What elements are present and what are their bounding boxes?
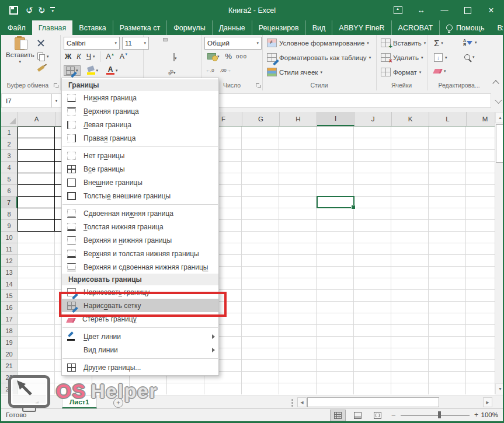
cell-A6[interactable] xyxy=(18,185,55,197)
cell-M18[interactable] xyxy=(466,325,495,337)
cell-H16[interactable] xyxy=(279,302,317,313)
increase-indent-button[interactable] xyxy=(156,70,161,74)
cell-G14[interactable] xyxy=(242,278,279,290)
cell-A16[interactable] xyxy=(18,302,55,313)
cut-button[interactable] xyxy=(37,40,44,47)
cell-A2[interactable] xyxy=(18,138,55,150)
cell-J15[interactable] xyxy=(354,290,391,302)
cell-H17[interactable] xyxy=(279,313,317,325)
cell-A21[interactable] xyxy=(18,360,55,372)
format-painter-button[interactable] xyxy=(37,67,44,70)
cell-M6[interactable] xyxy=(466,185,495,197)
cell-A19[interactable] xyxy=(18,337,55,348)
cell-K18[interactable] xyxy=(391,325,429,337)
cell-G3[interactable] xyxy=(242,150,279,162)
menu-item-внешние-границы[interactable]: Внешние границы xyxy=(62,176,218,189)
maximize-icon[interactable] xyxy=(456,0,479,20)
cell-G22[interactable] xyxy=(242,372,279,383)
scroll-left-icon[interactable]: ◀ xyxy=(297,397,307,407)
borders-button[interactable]: ▾ xyxy=(64,65,81,76)
cell-M14[interactable] xyxy=(466,278,495,290)
cell-L23[interactable] xyxy=(429,383,466,394)
cell-I13[interactable] xyxy=(317,267,354,278)
row-header-17[interactable]: 17 xyxy=(1,313,18,325)
cell-M3[interactable] xyxy=(466,150,495,162)
row-header-13[interactable]: 13 xyxy=(1,267,18,278)
cell-A4[interactable] xyxy=(18,162,55,173)
row-header-2[interactable]: 2 xyxy=(1,138,18,150)
zoom-slider-track[interactable] xyxy=(401,415,470,416)
cell-L5[interactable] xyxy=(429,173,466,185)
cell-K5[interactable] xyxy=(391,173,429,185)
conditional-formatting-button[interactable]: Условное форматирование▾ xyxy=(267,39,369,47)
cell-L18[interactable] xyxy=(429,325,466,337)
cell-M17[interactable] xyxy=(466,313,495,325)
normal-view-button[interactable] xyxy=(330,410,346,421)
page-break-view-button[interactable] xyxy=(370,410,385,421)
cell-G2[interactable] xyxy=(242,138,279,150)
cell-styles-button[interactable]: Стили ячеек▾ xyxy=(267,68,322,76)
cell-K15[interactable] xyxy=(391,290,429,302)
cell-I16[interactable] xyxy=(317,302,354,313)
cell-G20[interactable] xyxy=(242,348,279,360)
tab-данные[interactable]: Данные xyxy=(213,20,252,35)
cell-I11[interactable] xyxy=(317,243,354,255)
orientation-button[interactable]: ab▾ xyxy=(165,67,178,77)
cell-H11[interactable] xyxy=(279,243,317,255)
menu-item-левая-граница[interactable]: Левая граница xyxy=(62,118,218,131)
cell-L12[interactable] xyxy=(429,255,466,267)
cell-H19[interactable] xyxy=(279,337,317,348)
cell-L1[interactable] xyxy=(429,127,466,138)
autosum-button[interactable]: Σ▾ xyxy=(434,39,443,47)
cell-I14[interactable] xyxy=(317,278,354,290)
formula-bar-expand-icon[interactable] xyxy=(495,96,502,104)
align-bottom-button[interactable] xyxy=(163,38,168,41)
cell-J3[interactable] xyxy=(354,150,391,162)
cell-A1[interactable] xyxy=(18,127,55,138)
name-box-dropdown-icon[interactable]: ▾ xyxy=(51,93,61,108)
active-cell-selection[interactable] xyxy=(317,196,354,208)
zoom-slider-handle[interactable] xyxy=(438,411,441,418)
page-layout-view-button[interactable] xyxy=(350,410,366,421)
cell-H5[interactable] xyxy=(279,173,317,185)
cell-G11[interactable] xyxy=(242,243,279,255)
cell-G8[interactable] xyxy=(242,208,279,220)
cell-H6[interactable] xyxy=(279,185,317,197)
font-color-button[interactable]: А▾ xyxy=(105,66,120,76)
menu-item-верхняя-граница[interactable]: Верхняя граница xyxy=(62,104,218,118)
scroll-down-icon[interactable]: ▼ xyxy=(495,383,504,394)
cell-L4[interactable] xyxy=(429,162,466,173)
cell-K9[interactable] xyxy=(391,220,429,232)
row-header-18[interactable]: 18 xyxy=(1,325,18,337)
cell-G9[interactable] xyxy=(242,220,279,232)
cell-K1[interactable] xyxy=(391,127,429,138)
cell-I1[interactable] xyxy=(317,127,354,138)
cell-I22[interactable] xyxy=(317,372,354,383)
cell-G16[interactable] xyxy=(242,302,279,313)
tab-формулы[interactable]: Формулы xyxy=(167,20,212,35)
cell-G12[interactable] xyxy=(242,255,279,267)
vertical-scrollbar[interactable]: ▲ ▼ xyxy=(495,112,504,394)
cell-L7[interactable] xyxy=(429,197,466,208)
cell-K8[interactable] xyxy=(391,208,429,220)
cell-J21[interactable] xyxy=(354,360,391,372)
italic-button[interactable]: К xyxy=(77,53,81,61)
cell-G19[interactable] xyxy=(242,337,279,348)
cell-J4[interactable] xyxy=(354,162,391,173)
row-header-1[interactable]: 1 xyxy=(1,127,18,138)
close-icon[interactable]: × xyxy=(479,0,503,20)
cell-M19[interactable] xyxy=(466,337,495,348)
align-center-button[interactable] xyxy=(155,55,159,59)
row-header-12[interactable]: 12 xyxy=(1,255,18,267)
cell-H10[interactable] xyxy=(279,232,317,243)
tab-scrollbar-divider[interactable] xyxy=(291,399,293,401)
cell-K22[interactable] xyxy=(391,372,429,383)
cell-H4[interactable] xyxy=(279,162,317,173)
fill-color-button[interactable]: ▾ xyxy=(85,66,100,75)
cell-I4[interactable] xyxy=(317,162,354,173)
cell-K16[interactable] xyxy=(391,302,429,313)
column-header-L[interactable]: L xyxy=(429,112,467,126)
row-header-9[interactable]: 9 xyxy=(1,220,18,232)
row-header-16[interactable]: 16 xyxy=(1,302,18,313)
horizontal-scrollbar-thumb[interactable] xyxy=(307,397,439,407)
